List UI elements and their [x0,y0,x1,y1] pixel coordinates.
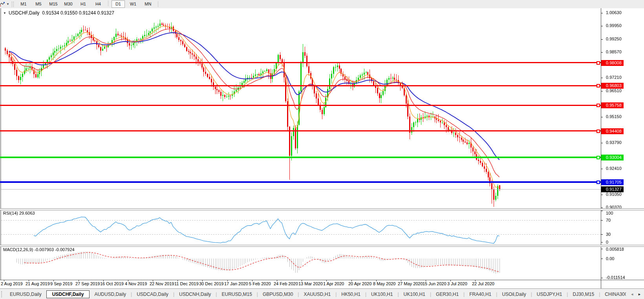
date-label: 27 May 2020 [398,281,423,286]
level-line[interactable] [0,62,601,63]
date-label: 13 Mar 2020 [298,281,323,286]
macd-tick-label: -0.011514 [606,275,625,280]
chart-tab-usdcad-daily[interactable]: USDCAD,Daily [132,291,173,298]
chart-tab-ger30-h1[interactable]: GER30,H1 [431,291,463,298]
price-tick-label: 0.92410 [606,166,622,171]
level-price-badge: 0.95758 [601,102,624,108]
date-label: 22 Nov 2019 [150,281,174,286]
level-line[interactable] [0,105,601,106]
date-label: 3 Jul 2020 [447,281,467,286]
ohlc-high: 0.91550 [60,10,77,16]
chart-title: ▼USDCHF,Daily 0.91534 0.91550 0.91244 0.… [3,10,114,16]
date-label: 27 Sep 2019 [75,281,100,286]
chart-tab-xauusd-h1[interactable]: XAUUSD,H1 [299,291,335,298]
price-tick-label: 0.95150 [606,114,622,119]
timeframe-button-m5[interactable]: M5 [32,0,45,8]
timeframe-button-d1[interactable]: D1 [112,0,125,8]
chart-tab-audusd-daily[interactable]: AUDUSD,Daily [90,291,131,298]
rsi-tick-label: 30 [606,232,611,237]
chart-tab-fra40-h1[interactable]: FRA40,H1 [465,291,496,298]
timeframe-buttons: M1M5M15M30H1H4D1W1MN [16,0,156,8]
date-label: 9 Sep 2019 [50,281,72,286]
level-price-badge: 0.98008 [601,60,624,66]
timeframe-button-m15[interactable]: M15 [47,0,60,8]
tab-scroll-left-icon[interactable]: ◄ [628,292,636,297]
chart-tab-uk100-h1[interactable]: UK100,H1 [366,291,397,298]
chart-tab-eurusd-daily[interactable]: EURUSD,Daily [5,291,46,298]
price-tick-label: 0.97210 [606,75,622,80]
level-price-badge: 0.96803 [601,83,624,89]
panel-splitter[interactable] [0,208,644,210]
date-label: 2 Aug 2019 [1,281,23,286]
chart-tab-gbpusd-m30[interactable]: GBPUSD,M30 [258,291,298,298]
chart-tab-usdcnh-daily[interactable]: USDCNH,Daily [174,291,216,298]
rsi-tick-label: 70 [606,218,611,222]
chart-tab-usdchf-daily[interactable]: USDCHF,Daily [46,290,90,298]
level-endpoint-marker[interactable] [596,129,600,133]
price-chart-canvas[interactable] [1,8,602,208]
chart-tab-dj30-m15[interactable]: DJ30,M15 [568,291,599,298]
rsi-canvas[interactable] [1,210,602,245]
timeframe-button-m1[interactable]: M1 [17,0,30,8]
chart-tabs: EURUSD,DailyUSDCHF,DailyAUDUSD,Daily|USD… [5,290,644,298]
rsi-label: RSI(14) 29.6063 [3,211,35,215]
level-endpoint-marker[interactable] [596,84,600,88]
macd-label: MACD(12,26,9) -0.007903 -0.007924 [3,247,75,252]
chart-tab-uk100-h1[interactable]: UK100,H1 [399,291,430,298]
date-label: 11 Dec 2019 [174,281,199,286]
date-label: 8 May 2020 [373,281,395,286]
macd-tick-label: 0.00 [606,256,614,261]
price-tick-label: 1.00630 [606,10,622,15]
rsi-tick-label: 100 [606,211,613,215]
tab-scroll-right-icon[interactable]: ► [636,292,643,297]
level-line[interactable] [0,157,601,158]
date-label: 5 Feb 2020 [249,281,271,286]
level-endpoint-marker[interactable] [596,156,600,159]
toolbar-grip[interactable] [12,2,14,7]
level-endpoint-marker[interactable] [596,104,600,107]
level-endpoint-marker[interactable] [596,180,600,184]
chevron-down-icon[interactable]: ▼ [6,2,9,6]
toolbar-separator [158,1,158,7]
timeframe-toolbar: ▼ M1M5M15M30H1H4D1W1MN [0,0,644,9]
tabbar-grip[interactable] [1,291,2,297]
panel-splitter[interactable] [0,245,644,247]
price-tick-label: 0.91050 [606,192,622,197]
level-price-badge: 0.93004 [601,155,624,160]
ohlc-close: 0.91327 [97,10,114,16]
current-price-line [0,189,601,190]
tab-scroll-arrows: ◄ ► [626,289,643,299]
date-label: 21 Aug 2019 [26,281,50,286]
current-price-badge: 0.91327 [601,186,624,192]
date-label: 30 Dec 2019 [199,281,223,286]
price-tick-label: 0.98570 [606,49,622,54]
chart-tab-usdjpy-h1[interactable]: USDJPY,H1 [532,291,567,298]
date-label: 17 Jan 2020 [224,281,248,286]
level-line[interactable] [0,181,601,183]
ohlc-open: 0.91534 [42,10,59,16]
timeframe-button-w1[interactable]: W1 [126,0,140,8]
trading-platform-window: ▼ M1M5M15M30H1H4D1W1MN ▼USDCHF,Daily 0.9… [0,0,644,299]
timeframe-button-h4[interactable]: H4 [91,0,105,8]
chart-tab-hk50-h1[interactable]: HK50,H1 [337,291,365,298]
date-label: 4 Nov 2019 [125,281,147,286]
level-price-badge: 0.91705 [601,179,624,185]
level-endpoint-marker[interactable] [596,61,600,65]
chart-tab-usoil-daily[interactable]: USOil,Daily [497,291,531,298]
level-line[interactable] [0,85,601,86]
price-tick-label: 0.99950 [606,23,622,28]
timeframe-button-m30[interactable]: M30 [62,0,75,8]
date-label: 22 Jul 2020 [472,281,494,286]
macd-canvas[interactable] [1,246,602,280]
rsi-tick-label: 0 [606,240,608,244]
level-line[interactable] [0,130,601,131]
timeframe-button-mn[interactable]: MN [141,0,155,8]
chart-tab-bar: EURUSD,DailyUSDCHF,DailyAUDUSD,Daily|USD… [0,288,644,299]
level-price-badge: 0.94408 [601,128,624,134]
collapse-triangle-icon[interactable]: ▼ [3,11,6,15]
timeframe-button-h1[interactable]: H1 [77,0,90,8]
date-label: 15 Jun 2020 [423,281,446,286]
ohlc-low: 0.91244 [79,10,96,16]
chart-arrows-icon[interactable] [0,1,5,7]
chart-tab-eurusd-m15[interactable]: EURUSD,M15 [217,291,256,298]
